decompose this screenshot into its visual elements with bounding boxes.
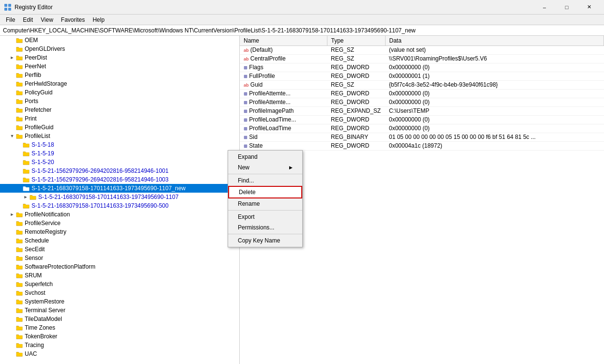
tree-item-oem[interactable]: OEM: [0, 36, 239, 45]
expand-arrow-icon: [9, 89, 15, 96]
menu-item-edit[interactable]: Edit: [19, 15, 37, 24]
cell-type: REG_DWORD: [327, 98, 385, 106]
context-menu-item-new[interactable]: New▶: [228, 162, 302, 173]
minimize-button[interactable]: –: [533, 0, 556, 15]
table-row[interactable]: ⊞ ProfileLoadTimeREG_DWORD0x00000000 (0): [240, 124, 604, 133]
tree-item-profileservice[interactable]: ProfileService: [0, 219, 239, 228]
table-row[interactable]: ⊞ FlagsREG_DWORD0x00000000 (0): [240, 63, 604, 72]
table-row[interactable]: ⊞ ProfileAttemte...REG_DWORD0x00000000 (…: [240, 89, 604, 98]
tree-item-s-1-5-21-1562b[interactable]: S-1-5-21-1562979296-2694202816-958214946…: [0, 175, 239, 184]
tree-item-secedit[interactable]: SecEdit: [0, 245, 239, 254]
tree-item-systemrestore[interactable]: SystemRestore: [0, 297, 239, 306]
tree-item-sensor[interactable]: Sensor: [0, 254, 239, 262]
tree-item-prefetcher[interactable]: Prefetcher: [0, 106, 239, 114]
folder-icon: [15, 80, 23, 88]
folder-icon: [29, 193, 37, 201]
cell-name: ab (Default): [240, 46, 327, 54]
context-menu-item-permissions[interactable]: Permissions...: [228, 222, 302, 233]
table-row[interactable]: ⊞ StateREG_DWORD0x00004a1c (18972): [240, 141, 604, 150]
tree-item-tiledatamodel[interactable]: TileDataModel: [0, 315, 239, 323]
tree-item-label: S-1-5-21-1562979296-2694202816-958214946…: [31, 167, 169, 174]
expand-arrow-icon: [9, 324, 15, 331]
cell-data: 0x00000000 (0): [385, 98, 604, 106]
context-menu[interactable]: ExpandNew▶Find...DeleteRenameExportPermi…: [228, 150, 303, 247]
cell-type: REG_DWORD: [327, 141, 385, 150]
tree-item-profilenotification[interactable]: ► ProfileNotification: [0, 210, 239, 219]
tree-item-label: Terminal Server: [25, 307, 65, 314]
table-row[interactable]: ⊞ FullProfileREG_DWORD0x00000001 (1): [240, 72, 604, 80]
cell-name: ⊞ ProfileLoadTime: [240, 124, 327, 133]
tree-item-s-1-5-20[interactable]: S-1-5-20: [0, 158, 239, 167]
maximize-button[interactable]: □: [556, 0, 578, 15]
tree-item-opengl[interactable]: OpenGLDrivers: [0, 45, 239, 53]
tree-item-remoteregistry[interactable]: RemoteRegistry: [0, 228, 239, 236]
table-row[interactable]: ab (Default)REG_SZ(value not set): [240, 46, 604, 54]
expand-arrow-icon: [9, 46, 15, 52]
tree-item-s-1-5-21-500[interactable]: S-1-5-21-1683079158-1701141633-197349569…: [0, 201, 239, 210]
tree-item-s-1-5-21-1683-new[interactable]: S-1-5-21-1683079158-1701141633-197349569…: [0, 184, 239, 193]
folder-icon: [15, 350, 23, 358]
tree-item-s-1-5-21-1683[interactable]: ► S-1-5-21-1683079158-1701141633-1973495…: [0, 193, 239, 201]
expand-arrow-icon: [15, 185, 22, 192]
menu-item-help[interactable]: Help: [89, 15, 108, 24]
menu-item-view[interactable]: View: [37, 15, 57, 24]
tree-item-uac[interactable]: UAC: [0, 349, 239, 358]
cell-data: \\SRV001\RoamingProfiles$\User5.V6: [385, 54, 604, 63]
context-menu-item-find[interactable]: Find...: [228, 175, 302, 186]
context-menu-item-rename[interactable]: Rename: [228, 198, 302, 209]
folder-icon: [15, 219, 23, 227]
expand-arrow-icon: [9, 307, 15, 314]
tree-item-ports[interactable]: Ports: [0, 97, 239, 106]
cell-type: REG_SZ: [327, 46, 385, 54]
folder-icon: [15, 45, 23, 53]
close-button[interactable]: ✕: [578, 0, 600, 15]
tree-item-peernet[interactable]: PeerNet: [0, 62, 239, 71]
tree-item-srum[interactable]: SRUM: [0, 271, 239, 280]
tree-item-svchost[interactable]: Svchost: [0, 288, 239, 297]
table-row[interactable]: ab CentralProfileREG_SZ\\SRV001\RoamingP…: [240, 54, 604, 63]
tree-item-tokenbroker[interactable]: TokenBroker: [0, 332, 239, 341]
table-row[interactable]: ⊞ SidREG_BINARY01 05 00 00 00 00 00 05 1…: [240, 133, 604, 141]
cell-data: 0x00000001 (1): [385, 72, 604, 80]
context-menu-item-copykeyname[interactable]: Copy Key Name: [228, 235, 302, 246]
context-menu-item-export[interactable]: Export: [228, 212, 302, 222]
table-row[interactable]: ⊞ ProfileLoadTime...REG_DWORD0x00000000 …: [240, 115, 604, 124]
cell-type: REG_DWORD: [327, 89, 385, 98]
tree-item-schedule[interactable]: Schedule: [0, 236, 239, 245]
context-menu-item-delete[interactable]: Delete: [228, 186, 302, 198]
tree-item-superfetch[interactable]: Superfetch: [0, 280, 239, 288]
table-row[interactable]: ab GuidREG_SZ{b5f7c4c8-3e52-4f9c-b4eb-93…: [240, 80, 604, 89]
tree-item-peerdist[interactable]: ► PeerDist: [0, 53, 239, 62]
tree-item-tracing[interactable]: Tracing: [0, 341, 239, 349]
folder-icon: [15, 280, 23, 288]
tree-item-timezones[interactable]: Time Zones: [0, 323, 239, 332]
cell-name: ⊞ FullProfile: [240, 72, 327, 80]
tree-item-label: S-1-5-21-1683079158-1701141633-197349569…: [38, 194, 179, 200]
tree-item-profilelist[interactable]: ▼ ProfileList: [0, 132, 239, 140]
menu-item-file[interactable]: File: [2, 15, 19, 24]
tree-item-policyguid[interactable]: PolicyGuid: [0, 88, 239, 97]
context-menu-item-expand[interactable]: Expand: [228, 152, 302, 162]
expand-arrow-icon: [15, 176, 22, 183]
table-row[interactable]: ⊞ ProfileAttemte...REG_DWORD0x00000000 (…: [240, 98, 604, 106]
tree-item-label: SoftwareProtectionPlatform: [25, 263, 95, 270]
expand-arrow-icon: [9, 228, 15, 235]
tree-item-softwareprot[interactable]: SoftwareProtectionPlatform: [0, 262, 239, 271]
table-row[interactable]: ⊞ ProfileImagePathREG_EXPAND_SZC:\Users\…: [240, 106, 604, 115]
tree-item-label: PerHwldStorage: [25, 80, 67, 87]
tree-item-print[interactable]: Print: [0, 114, 239, 123]
tree-item-s-1-5-18[interactable]: S-1-5-18: [0, 140, 239, 149]
context-menu-item-label: Delete: [239, 189, 256, 196]
tree-item-terminalserver[interactable]: Terminal Server: [0, 306, 239, 315]
type-icon: ab: [244, 46, 250, 53]
tree-item-profileguid[interactable]: ProfileGuid: [0, 123, 239, 132]
tree-item-perhwld[interactable]: PerHwldStorage: [0, 79, 239, 88]
tree-item-s-1-5-19[interactable]: S-1-5-19: [0, 149, 239, 158]
tree-item-label: S-1-5-21-1683079158-1701141633-197349569…: [31, 202, 169, 209]
tree-item-s-1-5-21-1562[interactable]: S-1-5-21-1562979296-2694202816-958214946…: [0, 167, 239, 175]
cell-type: REG_SZ: [327, 54, 385, 63]
tree-item-perflib[interactable]: Perflib: [0, 71, 239, 79]
menu-item-favorites[interactable]: Favorites: [57, 15, 89, 24]
tree-panel[interactable]: OEM OpenGLDrivers► PeerDist PeerNet Perf…: [0, 36, 240, 364]
context-menu-item-label: Permissions...: [238, 224, 274, 231]
